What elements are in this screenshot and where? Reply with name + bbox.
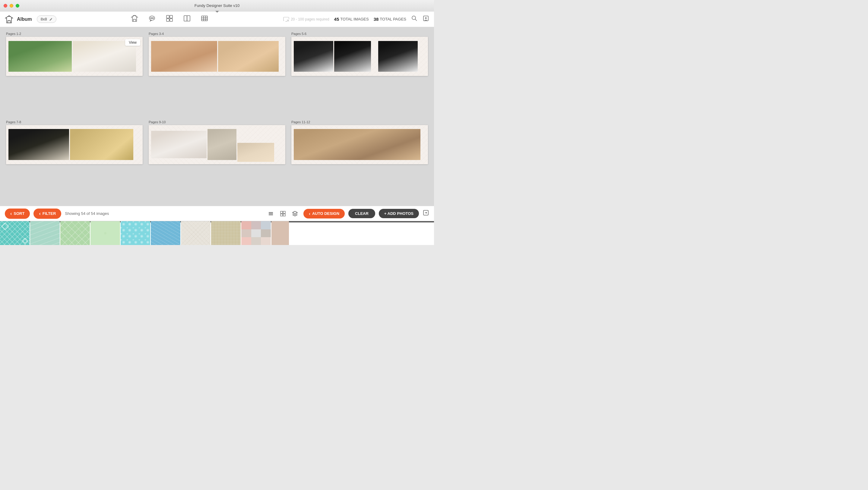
thumbnail-strip: [0, 221, 434, 245]
spread-3-gap: [372, 41, 377, 72]
spread-2: Pages 3-4: [149, 32, 285, 113]
layer-view-button[interactable]: [290, 209, 300, 219]
spread-4: Pages 7-8: [6, 120, 143, 201]
svg-rect-24: [280, 214, 283, 216]
spread-6: Pages 11-12: [291, 120, 428, 201]
search-button[interactable]: [411, 15, 418, 24]
comment-icon[interactable]: [148, 14, 156, 24]
thumb-8[interactable]: [211, 221, 241, 245]
clear-button[interactable]: CLEAR: [348, 209, 375, 218]
svg-rect-5: [170, 15, 173, 18]
export-button[interactable]: [423, 15, 429, 24]
spread-5-bg[interactable]: [149, 125, 285, 164]
title-bar: Fundy Designer Suite v10: [0, 0, 434, 11]
size-button[interactable]: 8x8: [37, 15, 56, 23]
spread-4-photo-left: [8, 129, 69, 160]
grid-view-button[interactable]: [278, 209, 288, 219]
spread-6-wrapper: [291, 125, 428, 164]
toolbar: Album 8x8: [0, 11, 434, 27]
layout-icon[interactable]: [165, 14, 174, 24]
expand-strip-button[interactable]: [423, 209, 429, 218]
pages-req-text: 20 - 100 pages required: [291, 17, 329, 22]
svg-rect-6: [166, 19, 169, 22]
spread-6-label: Pages 11-12: [291, 120, 428, 124]
spread-1-bg[interactable]: View: [6, 37, 143, 76]
book-icon[interactable]: [183, 14, 191, 24]
list-view-button[interactable]: [266, 209, 276, 219]
spread-3-wrapper: [291, 37, 428, 76]
spread-2-photo-left: [151, 41, 217, 72]
bottom-controls-bar: ‹ SORT ‹ FILTER Showing 54 of 54 images: [0, 206, 434, 221]
spread-3-photo-2: [334, 41, 371, 72]
svg-rect-4: [166, 15, 169, 18]
spread-5-photo-right-bottom: [237, 143, 274, 162]
filter-button[interactable]: ‹ FILTER: [33, 208, 61, 219]
close-button[interactable]: [4, 4, 7, 7]
thumb-4[interactable]: [91, 221, 121, 245]
app-logo: [5, 15, 13, 24]
thumb-7[interactable]: [181, 221, 211, 245]
spread-2-photo-right: [218, 41, 279, 72]
spread-3-photo-1: [294, 41, 333, 72]
spread-3-bg[interactable]: [291, 37, 428, 76]
svg-point-3: [153, 18, 154, 18]
spread-2-label: Pages 3-4: [149, 32, 285, 36]
spread-5-photo-right-top: [208, 129, 237, 160]
spread-3: Pages 5-6: [291, 32, 428, 113]
total-images-label: TOTAL IMAGES: [340, 17, 369, 22]
thumb-10[interactable]: [272, 221, 289, 245]
svg-line-17: [415, 19, 417, 21]
maximize-button[interactable]: [16, 4, 19, 7]
sort-label: SORT: [13, 211, 25, 216]
thumb-6[interactable]: [151, 221, 181, 245]
thumb-1[interactable]: [0, 221, 30, 245]
thumb-3[interactable]: [60, 221, 91, 245]
title-arrow: [215, 11, 219, 13]
filter-chevron: ‹: [39, 211, 40, 216]
auto-design-button[interactable]: ‹ AUTO DESIGN: [303, 209, 345, 219]
spread-6-photo: [294, 129, 421, 160]
spread-3-label: Pages 5-6: [291, 32, 428, 36]
spread-6-bg[interactable]: [291, 125, 428, 164]
minimize-button[interactable]: [10, 4, 13, 7]
table-icon[interactable]: [200, 14, 208, 24]
album-label: Album: [17, 17, 32, 22]
total-images-stat: 45 TOTAL IMAGES: [334, 17, 369, 22]
svg-rect-22: [280, 211, 283, 214]
svg-point-1: [151, 18, 151, 18]
svg-rect-23: [283, 211, 285, 214]
total-pages-stat: 38 TOTAL PAGES: [374, 17, 406, 22]
pencil-icon: [49, 18, 53, 21]
spread-4-bg[interactable]: [6, 125, 143, 164]
pages-req-icon: [283, 17, 289, 22]
thumb-9[interactable]: [241, 221, 272, 245]
spread-2-wrapper: [149, 37, 285, 76]
spread-1: Pages 1-2 View: [6, 32, 143, 113]
svg-rect-9: [187, 16, 190, 21]
spread-2-bg[interactable]: [149, 37, 285, 76]
filter-label: FILTER: [42, 211, 56, 216]
size-label: 8x8: [41, 17, 47, 22]
album-spreads-grid: Pages 1-2 View Pages 3-4: [0, 27, 434, 206]
sort-button[interactable]: ‹ SORT: [5, 208, 30, 219]
svg-point-2: [152, 18, 152, 18]
view-mode-icons: [266, 209, 300, 219]
spread-5: Pages 9-10: [149, 120, 285, 201]
add-photos-button[interactable]: + ADD PHOTOS: [379, 209, 419, 218]
spread-1-label: Pages 1-2: [6, 32, 143, 36]
window-controls[interactable]: [4, 4, 19, 7]
svg-rect-8: [184, 16, 187, 21]
thumb-2[interactable]: [30, 221, 60, 245]
thumb-5[interactable]: [121, 221, 151, 245]
spread-1-view-btn[interactable]: View: [125, 39, 140, 46]
spread-4-photo-right: [70, 129, 133, 160]
album-view-icon[interactable]: [131, 14, 138, 24]
spread-4-wrapper: [6, 125, 143, 164]
total-images-number: 45: [334, 17, 339, 22]
spread-5-photo-left: [151, 131, 207, 158]
total-pages-label: TOTAL PAGES: [380, 17, 406, 22]
svg-point-16: [412, 16, 415, 20]
spread-1-wrapper: View: [6, 37, 143, 76]
sort-chevron: ‹: [10, 211, 12, 216]
toolbar-stats: 20 - 100 pages required 45 TOTAL IMAGES …: [283, 15, 429, 24]
